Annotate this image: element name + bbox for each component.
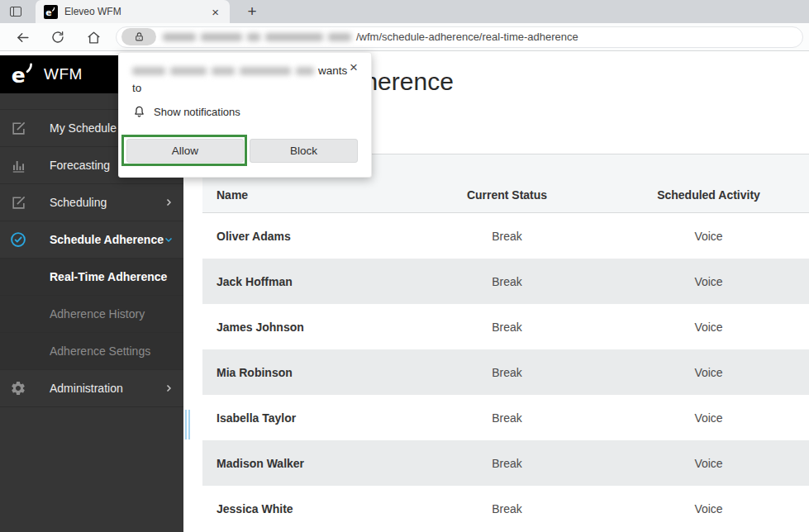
tab-actions-menu-button[interactable] <box>5 2 26 21</box>
lock-icon <box>134 31 145 42</box>
table-row: Jack Hoffman Break Voice <box>202 259 809 304</box>
popup-close-icon[interactable]: × <box>350 60 358 74</box>
redacted-url-domain <box>163 33 351 41</box>
table-row: Isabella Taylor Break Voice <box>202 395 809 440</box>
gear-icon <box>10 380 26 397</box>
sidebar-item-administration[interactable]: Administration <box>0 369 183 406</box>
browser-window: e Eleveo WFM × + /wfm/schedule-adh <box>0 0 809 532</box>
popup-message: wants to <box>132 62 364 97</box>
sidebar-item-scheduling[interactable]: Scheduling <box>0 183 183 221</box>
address-bar[interactable]: /wfm/schedule-adherence/real-time-adhere… <box>116 26 803 48</box>
chevron-right-icon <box>164 383 174 393</box>
url-path-text: /wfm/schedule-adherence/real-time-adhere… <box>356 31 578 43</box>
home-icon <box>86 30 102 45</box>
table-row: Mia Robinson Break Voice <box>202 349 809 395</box>
back-arrow-icon <box>15 30 31 45</box>
column-header-scheduled-activity: Scheduled Activity <box>608 188 809 202</box>
browser-toolbar: /wfm/schedule-adherence/real-time-adhere… <box>0 23 809 51</box>
notification-permission-popup: wants to × Show notifications Allow Bloc… <box>118 52 372 178</box>
redacted-domain <box>132 67 314 75</box>
sidebar-item-real-time-adherence[interactable]: Real-Time Adherence <box>0 258 183 295</box>
site-info-button[interactable] <box>121 28 156 45</box>
column-header-current-status: Current Status <box>406 188 608 202</box>
svg-text:e: e <box>12 64 26 87</box>
permission-row: Show notifications <box>132 105 240 119</box>
new-tab-button[interactable]: + <box>241 2 263 21</box>
sidebar-resize-handle[interactable] <box>185 410 192 439</box>
permission-label: Show notifications <box>154 106 240 118</box>
bar-chart-icon <box>10 157 26 173</box>
bell-icon <box>132 105 146 119</box>
tab-close-icon[interactable]: × <box>209 5 221 19</box>
back-button[interactable] <box>11 26 34 49</box>
sidebar-item-adherence-settings[interactable]: Adherence Settings <box>0 332 183 369</box>
table-row: Madison Walker Break Voice <box>202 440 809 486</box>
eleveo-favicon: e <box>44 5 58 19</box>
chevron-right-icon <box>164 197 174 207</box>
sidebar-item-schedule-adherence[interactable]: Schedule Adherence <box>0 221 183 258</box>
table-row: Oliver Adams Break Voice <box>202 213 809 259</box>
adherence-table: Oliver Adams Break Voice Jack Hoffman Br… <box>202 213 809 531</box>
refresh-icon <box>50 30 65 45</box>
table-row: Jessica White Break Voice <box>202 486 809 531</box>
tab-title: Eleveo WFM <box>64 6 209 17</box>
check-circle-icon <box>10 231 26 248</box>
edit-icon <box>10 120 26 136</box>
eleveo-logo-icon: e <box>45 7 56 17</box>
app-brand: WFM <box>44 65 83 83</box>
allow-button[interactable]: Allow <box>126 139 244 163</box>
home-button[interactable] <box>82 26 105 49</box>
chevron-down-icon <box>164 235 174 245</box>
tab-actions-icon <box>10 7 21 17</box>
svg-text:e: e <box>45 7 51 17</box>
tab-bar: e Eleveo WFM × + <box>0 0 809 23</box>
column-header-name: Name <box>202 188 406 202</box>
eleveo-logo: e <box>11 62 36 87</box>
sidebar-item-adherence-history[interactable]: Adherence History <box>0 295 183 332</box>
edit-icon <box>10 194 26 211</box>
block-button[interactable]: Block <box>250 139 358 163</box>
table-row: James Johnson Break Voice <box>202 304 809 349</box>
browser-tab[interactable]: e Eleveo WFM × <box>36 0 230 23</box>
refresh-button[interactable] <box>46 26 69 49</box>
